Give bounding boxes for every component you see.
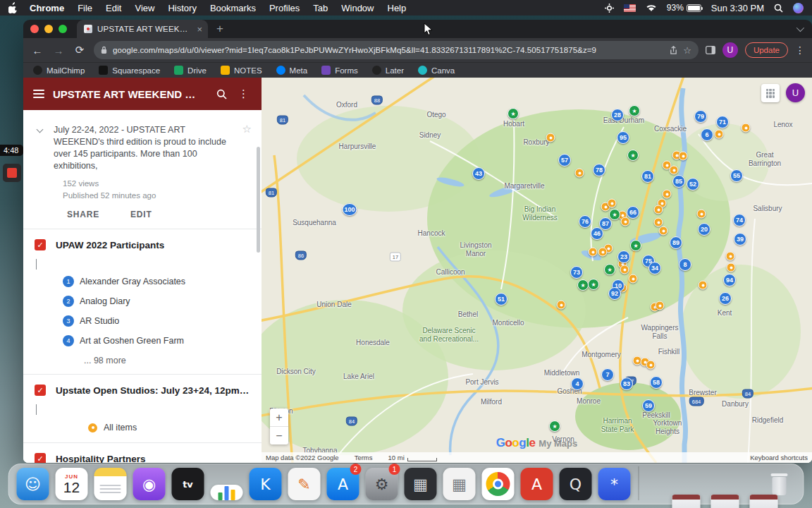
dock-keynote[interactable]: K	[249, 466, 283, 500]
map-marker-orange[interactable]	[589, 248, 598, 257]
menu-tab[interactable]: Tab	[313, 3, 328, 13]
menu-chrome[interactable]: Chrome	[30, 3, 64, 13]
siri-icon[interactable]	[793, 3, 804, 13]
layer-item-alexander-gray-associates[interactable]: 1Alexander Gray Associates	[23, 272, 262, 291]
share-icon[interactable]	[670, 46, 677, 55]
layer-item-analog-diary[interactable]: 2Analog Diary	[23, 291, 262, 311]
map-marker-star[interactable]: ★	[630, 240, 641, 251]
side-panel-icon[interactable]	[706, 46, 715, 54]
map-marker-73[interactable]: 73	[570, 266, 583, 279]
map-marker-66[interactable]: 66	[627, 206, 639, 219]
map-marker-74[interactable]: 74	[733, 214, 746, 226]
map-marker-orange[interactable]	[727, 263, 736, 272]
map-marker-94[interactable]: 94	[723, 274, 736, 286]
close-window-button[interactable]	[30, 25, 39, 33]
bookmark-later[interactable]: Later	[372, 66, 404, 75]
map-marker-orange[interactable]	[715, 130, 724, 139]
map-marker-orange[interactable]	[620, 265, 629, 274]
zoom-in-button[interactable]: +	[270, 409, 288, 426]
google-apps-grid-button[interactable]	[761, 84, 780, 102]
map-marker-orange[interactable]	[546, 133, 555, 143]
dock-tv[interactable]: tv	[171, 466, 205, 500]
map-marker-81[interactable]: 81	[641, 170, 654, 183]
reload-button[interactable]: ⟳	[73, 44, 87, 56]
tab-close-icon[interactable]: ×	[197, 24, 202, 35]
map-canvas[interactable]: OxfordOtegoHobartEast DurhamCoxsackieSid…	[262, 78, 812, 463]
new-tab-button[interactable]: +	[216, 22, 223, 36]
map-marker-8[interactable]: 8	[679, 258, 691, 271]
menu-clock[interactable]: Sun 3:30 PM	[711, 3, 764, 13]
dock-window-1[interactable]	[646, 466, 680, 500]
map-marker-71[interactable]: 71	[716, 116, 729, 128]
map-marker-89[interactable]: 89	[670, 236, 682, 249]
dock-finder[interactable]: ☺	[16, 466, 50, 500]
map-marker-orange[interactable]	[629, 274, 638, 284]
minimize-window-button[interactable]	[44, 25, 53, 33]
map-marker-orange[interactable]	[557, 301, 566, 310]
sidebar-scrollbar[interactable]	[257, 147, 260, 253]
edit-button[interactable]: EDIT	[130, 210, 152, 219]
layer3-checkbox[interactable]	[35, 453, 46, 463]
dock-app-store[interactable]: A2	[326, 466, 360, 500]
menu-window[interactable]: Window	[341, 3, 374, 13]
map-marker-34[interactable]: 34	[648, 262, 661, 274]
bookmark-notes[interactable]: NOTES	[221, 66, 262, 75]
map-marker-57[interactable]: 57	[558, 154, 571, 167]
browser-tab[interactable]: UPSTATE ART WEEKEND 2022 ×	[77, 20, 208, 38]
lock-icon[interactable]	[101, 46, 107, 54]
description-collapse-chevron-icon[interactable]	[37, 126, 44, 133]
battery-indicator[interactable]: 93%	[667, 3, 701, 13]
map-marker-orange[interactable]	[646, 361, 656, 370]
dock-chrome[interactable]	[481, 466, 515, 500]
map-marker-39[interactable]: 39	[734, 233, 746, 246]
map-marker-55[interactable]: 55	[730, 169, 743, 182]
map-marker-orange[interactable]	[575, 169, 584, 178]
hamburger-menu-icon[interactable]	[33, 90, 44, 98]
layer1-collapse-chevron-icon[interactable]	[36, 259, 37, 270]
menu-file[interactable]: File	[78, 3, 92, 13]
map-marker-76[interactable]: 76	[579, 215, 591, 228]
map-marker-52[interactable]: 52	[687, 178, 699, 190]
map-marker-orange[interactable]	[598, 248, 608, 257]
map-profile-avatar[interactable]: U	[786, 83, 805, 102]
zoom-window-button[interactable]	[59, 25, 67, 33]
layer-item-art-at-goshen-green-farm[interactable]: 4Art at Goshen Green Farm	[23, 331, 262, 351]
browser-menu-icon[interactable]: ⋮	[795, 44, 805, 56]
map-marker-star[interactable]: ★	[549, 421, 560, 432]
map-marker-79[interactable]: 79	[694, 110, 707, 123]
map-marker-28[interactable]: 28	[611, 109, 624, 121]
back-button[interactable]: ←	[30, 44, 44, 56]
terms-link[interactable]: Terms	[355, 454, 373, 461]
dock-charts[interactable]	[210, 466, 244, 500]
bookmark-mailchimp[interactable]: MailChimp	[33, 66, 85, 75]
recording-stop-button[interactable]	[3, 164, 21, 182]
menu-profiles[interactable]: Profiles	[269, 3, 300, 13]
map-marker-23[interactable]: 23	[617, 250, 630, 263]
bookmark-drive[interactable]: Drive	[174, 66, 207, 75]
layer1-more-link[interactable]: ... 98 more	[23, 351, 262, 374]
map-marker-83[interactable]: 83	[620, 377, 633, 390]
map-marker-star[interactable]: ★	[588, 279, 599, 290]
wifi-icon[interactable]	[646, 4, 657, 12]
apple-menu-icon[interactable]	[8, 2, 20, 13]
map-marker-star[interactable]: ★	[577, 279, 589, 291]
map-marker-orange[interactable]	[654, 205, 663, 214]
dock-notes[interactable]	[94, 466, 128, 500]
map-marker-orange[interactable]	[726, 252, 735, 261]
bookmark-meta[interactable]: Meta	[276, 66, 308, 75]
map-marker-7[interactable]: 7	[601, 368, 614, 381]
dock-screenshot-app[interactable]: ▦	[404, 466, 438, 500]
dock-calendar[interactable]: JUN12	[55, 466, 89, 500]
dock-pencil-app[interactable]: ✎	[288, 466, 321, 500]
dock-search-app[interactable]: Q	[559, 466, 593, 500]
layer2-all-items[interactable]: All items	[23, 417, 262, 442]
menu-view[interactable]: View	[135, 3, 154, 13]
us-flag-icon[interactable]	[624, 4, 636, 12]
map-marker-orange[interactable]	[679, 152, 688, 161]
bookmark-squarespace[interactable]: Squarespace	[99, 66, 160, 75]
map-marker-43[interactable]: 43	[472, 167, 485, 180]
map-marker-95[interactable]: 95	[617, 131, 629, 144]
sidebar-menu-icon[interactable]: ⋮	[235, 87, 252, 100]
map-marker-star[interactable]: ★	[629, 105, 640, 116]
menu-history[interactable]: History	[168, 3, 196, 13]
